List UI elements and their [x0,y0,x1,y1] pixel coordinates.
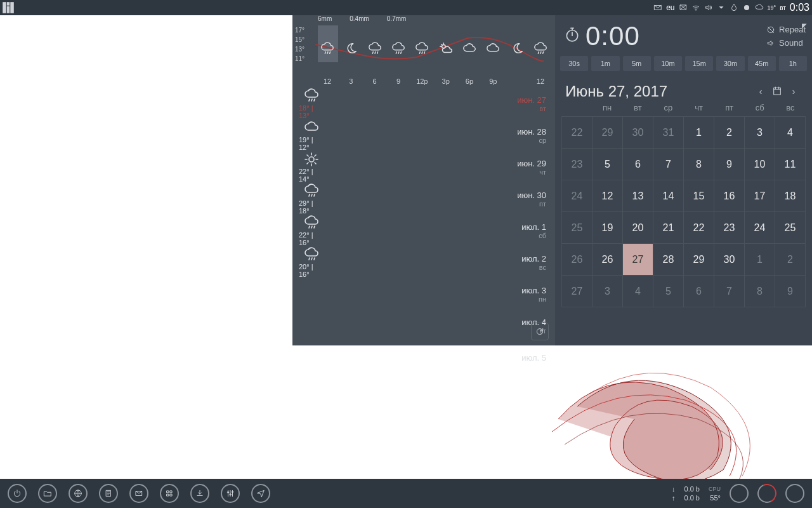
timer-btn-15m[interactable]: 15m [685,56,713,71]
gauge-3[interactable] [785,484,804,503]
mail-icon[interactable] [653,3,662,12]
daily-row[interactable]: 22° | 14°июн. 29чт [292,151,555,183]
calendar-day[interactable]: 4 [775,117,806,149]
timer-btn-30m[interactable]: 30m [716,56,744,71]
settings-button[interactable] [221,484,240,503]
power-button[interactable] [8,484,27,503]
calendar-day[interactable]: 5 [653,276,684,307]
weather-tray-icon[interactable] [755,3,764,12]
timer-btn-5m[interactable]: 5m [623,56,651,71]
hour-forecast[interactable] [530,42,551,56]
calendar-day[interactable]: 31 [653,117,684,149]
calendar-day[interactable]: 15 [684,180,714,212]
timer-btn-1m[interactable]: 1m [591,56,619,71]
calendar-day[interactable]: 20 [623,212,653,244]
timer-btn-1h[interactable]: 1h [779,56,807,71]
calendar-day[interactable]: 30 [714,244,745,276]
calendar-day[interactable]: 9 [775,276,806,307]
dropdown-icon[interactable] [717,3,726,12]
gauge-2[interactable] [755,481,779,505]
hour-forecast[interactable] [459,42,480,56]
calendar-day[interactable]: 28 [653,244,684,276]
apps-button[interactable] [160,484,179,503]
calendar-day[interactable]: 22 [684,212,714,244]
sound-toggle[interactable]: Sound [766,38,806,48]
daily-row[interactable]: 20° | 16°июл. 2вс [292,246,555,278]
hour-forecast[interactable] [340,42,362,56]
calendar-day[interactable]: 1 [684,117,714,149]
calendar-day[interactable]: 9 [714,149,745,180]
hour-forecast[interactable] [435,42,457,56]
calendar-day[interactable]: 17 [745,180,775,212]
daily-row[interactable]: 22° | 16°июл. 1сб [292,215,555,246]
notes-button[interactable] [99,484,118,503]
daily-row[interactable]: июл. 4вт [292,310,555,342]
manjaro-logo-icon[interactable] [1,1,15,15]
stopwatch-icon[interactable] [564,26,580,46]
hour-forecast[interactable] [388,42,409,56]
calendar-day[interactable]: 30 [623,117,653,149]
calendar-day[interactable]: 29 [593,117,623,149]
calendar-day[interactable]: 5 [593,149,623,180]
pin-icon[interactable]: ◤ [802,22,807,29]
timer-btn-30s[interactable]: 30s [560,56,588,71]
calendar-day[interactable]: 11 [775,149,806,180]
calendar-today-icon[interactable] [769,86,785,98]
calendar-day[interactable]: 8 [745,276,775,307]
calendar-day[interactable]: 14 [653,180,684,212]
download-button[interactable] [190,484,209,503]
mail-button[interactable] [129,484,148,503]
calendar-day[interactable]: 6 [684,276,714,307]
calendar-day[interactable]: 25 [775,212,806,244]
calendar-day[interactable]: 7 [653,149,684,180]
location-button[interactable] [251,484,270,503]
daily-row[interactable]: 29° | 18°июн. 30пт [292,183,555,215]
keyboard-layout[interactable]: eu [666,3,674,12]
calendar-next-button[interactable]: › [785,86,802,97]
indicator-icon[interactable] [742,3,751,12]
calendar-day[interactable]: 3 [745,117,775,149]
calendar-day[interactable]: 18 [775,180,806,212]
calendar-day[interactable]: 29 [684,244,714,276]
calendar-day[interactable]: 26 [593,244,623,276]
hour-forecast[interactable] [317,42,338,56]
calendar-day[interactable]: 13 [623,180,653,212]
display-icon[interactable] [679,3,688,12]
calendar-day[interactable]: 24 [745,212,775,244]
calendar-day[interactable]: 21 [653,212,684,244]
refresh-button[interactable] [531,323,549,340]
daily-row[interactable]: июл. 3пн [292,278,555,310]
hour-forecast[interactable] [411,42,433,56]
timer-btn-10m[interactable]: 10m [654,56,682,71]
calendar-day[interactable]: 19 [593,212,623,244]
calendar-day[interactable]: 2 [775,244,806,276]
timer-btn-45m[interactable]: 45m [748,56,776,71]
hour-forecast[interactable] [482,42,504,56]
wifi-icon[interactable] [691,3,700,12]
calendar-day[interactable]: 7 [714,276,745,307]
calendar-day[interactable]: 27 [623,244,653,276]
daily-row[interactable]: июл. 5 [292,342,555,373]
tray-clock[interactable]: 0:03 [790,2,809,13]
calendar-day[interactable]: 23 [714,212,745,244]
droplet-icon[interactable] [730,3,738,12]
calendar-day[interactable]: 4 [623,276,653,307]
calendar-day[interactable]: 12 [593,180,623,212]
volume-icon[interactable] [704,3,713,12]
daily-row[interactable]: 18° | 13°июн. 27вт [292,88,555,119]
files-button[interactable] [38,484,57,503]
gauge-1[interactable] [730,484,749,503]
calendar-prev-button[interactable]: ‹ [752,86,769,97]
repeat-toggle[interactable]: Repeat [766,25,806,34]
calendar-day[interactable]: 8 [684,149,714,180]
hour-forecast[interactable] [506,42,528,56]
calendar-day[interactable]: 1 [745,244,775,276]
hour-forecast[interactable] [364,42,386,56]
daily-row[interactable]: 19° | 12°июн. 28ср [292,119,555,151]
calendar-day[interactable]: 3 [593,276,623,307]
calendar-day[interactable]: 16 [714,180,745,212]
calendar-day[interactable]: 10 [745,149,775,180]
calendar-day[interactable]: 2 [714,117,745,149]
calendar-day[interactable]: 6 [623,149,653,180]
browser-button[interactable] [69,484,88,503]
